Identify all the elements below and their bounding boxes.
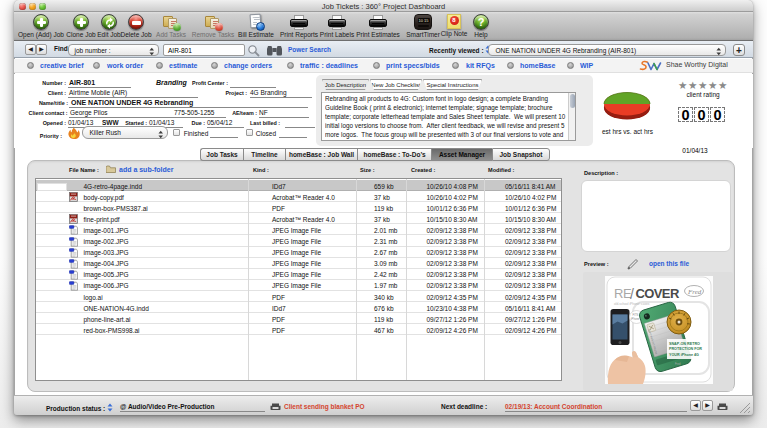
svg-text:FITS: FITS bbox=[633, 313, 639, 317]
svg-text:old-school iPhone! cases: old-school iPhone! cases bbox=[614, 302, 650, 306]
svg-text:PROTECTION FOR: PROTECTION FOR bbox=[669, 347, 702, 351]
svg-text:COVER: COVER bbox=[636, 286, 680, 301]
svg-text:SNAP-ON RETRO: SNAP-ON RETRO bbox=[669, 342, 700, 346]
svg-text:/: / bbox=[630, 286, 634, 302]
svg-text:YOUR iPhone 4G: YOUR iPhone 4G bbox=[669, 353, 699, 357]
svg-text:Fred: Fred bbox=[675, 362, 681, 366]
svg-text:Fred: Fred bbox=[687, 288, 702, 296]
